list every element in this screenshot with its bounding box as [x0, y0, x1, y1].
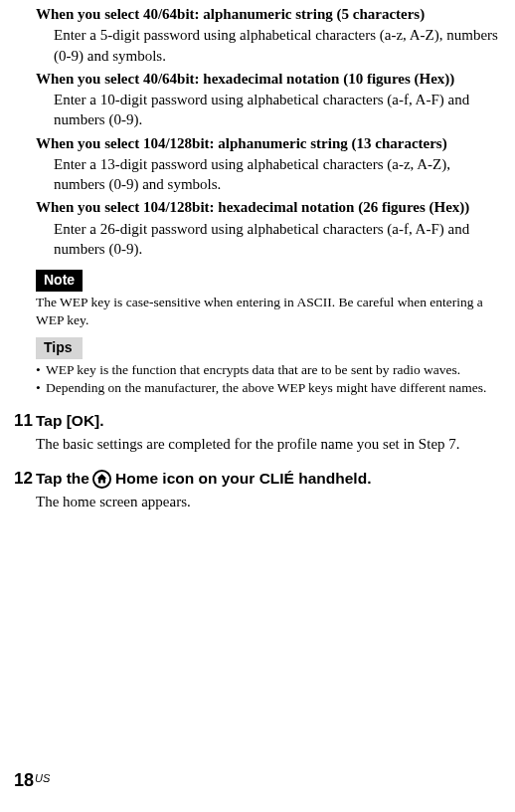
- wep-option-title: When you select 104/128bit: hexadecimal …: [36, 197, 503, 217]
- wep-option-desc: Enter a 10-digit password using alphabet…: [54, 90, 503, 130]
- tips-label: Tips: [36, 337, 83, 359]
- wep-option-title: When you select 40/64bit: alphanumeric s…: [36, 4, 503, 24]
- bullet-icon: •: [36, 361, 46, 379]
- wep-option-title: When you select 104/128bit: alphanumeric…: [36, 133, 503, 153]
- step-12: 12 Tap the Home icon on your CLIÉ handhe…: [14, 470, 503, 511]
- tips-text: Depending on the manufacturer, the above…: [46, 379, 486, 397]
- tips-list: • WEP key is the function that encrypts …: [36, 361, 499, 396]
- step-title: Tap the Home icon on your CLIÉ handheld.: [36, 470, 503, 489]
- step-number: 12: [14, 470, 36, 511]
- note-text: The WEP key is case-sensitive when enter…: [36, 294, 499, 329]
- step-title-part: Home icon on your CLIÉ handheld.: [115, 470, 371, 489]
- step-title: Tap [OK].: [36, 412, 503, 431]
- page-number: 18US: [14, 768, 50, 792]
- wep-option-desc: Enter a 13-digit password using alphabet…: [54, 154, 503, 195]
- wep-option-title: When you select 40/64bit: hexadecimal no…: [36, 69, 503, 89]
- note-label: Note: [36, 270, 83, 292]
- step-title-part: Tap the: [36, 470, 89, 489]
- page-num-suffix: US: [35, 772, 50, 784]
- step-number: 11: [14, 412, 36, 454]
- home-icon: [92, 470, 111, 489]
- tips-text: WEP key is the function that encrypts da…: [46, 361, 460, 379]
- tips-item: • Depending on the manufacturer, the abo…: [36, 379, 499, 397]
- wep-option-desc: Enter a 26-digit password using alphabet…: [54, 219, 503, 260]
- bullet-icon: •: [36, 379, 46, 397]
- step-desc: The basic settings are completed for the…: [36, 434, 503, 454]
- page-num-main: 18: [14, 770, 34, 790]
- tips-item: • WEP key is the function that encrypts …: [36, 361, 499, 379]
- step-11: 11 Tap [OK]. The basic settings are comp…: [14, 412, 503, 454]
- step-desc: The home screen appears.: [36, 492, 503, 511]
- wep-option-desc: Enter a 5-digit password using alphabeti…: [54, 25, 503, 66]
